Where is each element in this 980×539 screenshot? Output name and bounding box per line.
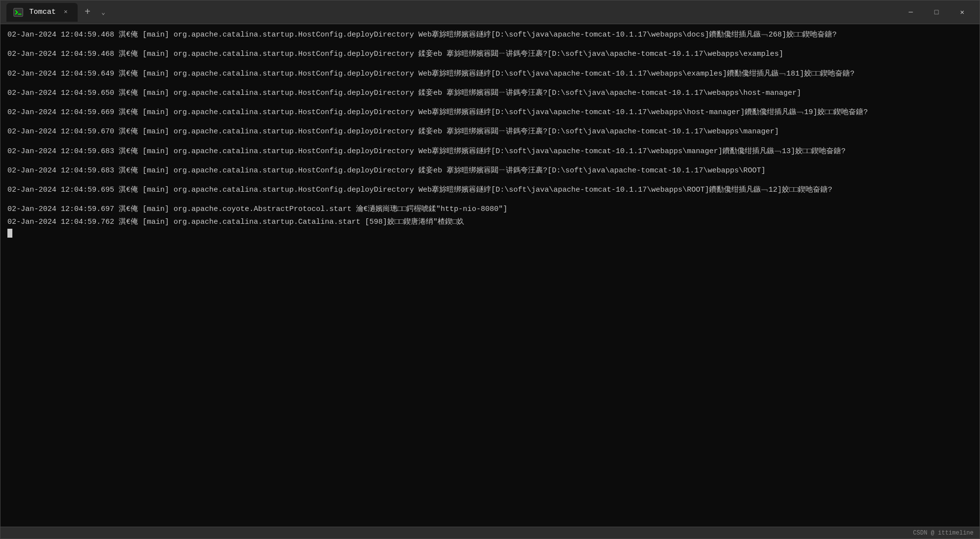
- log-line: 02-Jan-2024 12:04:59.468 淇€俺 [main] org.…: [7, 48, 973, 60]
- log-line: 02-Jan-2024 12:04:59.649 淇€俺 [main] org.…: [7, 68, 973, 80]
- log-line: 02-Jan-2024 12:04:59.468 淇€俺 [main] org.…: [7, 29, 973, 41]
- log-line: [7, 197, 973, 203]
- log-line: [7, 100, 973, 106]
- log-line: [7, 41, 973, 47]
- tab-close-button[interactable]: ×: [61, 7, 71, 17]
- terminal-window: Tomcat × + ⌄ ─ □ ✕ 02-Jan-2024 12:04:59.…: [0, 0, 980, 539]
- tab-icon: [11, 5, 25, 19]
- log-line: 02-Jan-2024 12:04:59.695 淇€俺 [main] org.…: [7, 184, 973, 196]
- tab-area: Tomcat × + ⌄: [6, 3, 899, 22]
- status-text: CSDN @ ittimeline: [913, 530, 974, 537]
- log-line: [7, 139, 973, 145]
- tab-dropdown-button[interactable]: ⌄: [96, 5, 110, 19]
- log-line: [7, 61, 973, 67]
- terminal-cursor: [7, 229, 12, 238]
- cursor-line: [7, 229, 973, 238]
- close-window-button[interactable]: ✕: [951, 4, 974, 20]
- new-tab-button[interactable]: +: [80, 4, 95, 20]
- maximize-button[interactable]: □: [925, 4, 948, 20]
- terminal-output[interactable]: 02-Jan-2024 12:04:59.468 淇€俺 [main] org.…: [0, 24, 980, 527]
- log-line: 02-Jan-2024 12:04:59.650 淇€俺 [main] org.…: [7, 87, 973, 99]
- status-bar: CSDN @ ittimeline: [0, 527, 980, 539]
- log-line: 02-Jan-2024 12:04:59.670 淇€俺 [main] org.…: [7, 126, 973, 137]
- log-line: 02-Jan-2024 12:04:59.683 淇€俺 [main] org.…: [7, 146, 973, 157]
- title-bar: Tomcat × + ⌄ ─ □ ✕: [0, 0, 980, 24]
- log-line: [7, 177, 973, 183]
- log-line: [7, 119, 973, 125]
- log-line: 02-Jan-2024 12:04:59.762 淇€俺 [main] org.…: [7, 216, 973, 228]
- tab-title: Tomcat: [29, 8, 56, 16]
- log-line: 02-Jan-2024 12:04:59.697 淇€俺 [main] org.…: [7, 204, 973, 215]
- active-tab[interactable]: Tomcat ×: [6, 3, 78, 22]
- log-line: 02-Jan-2024 12:04:59.669 淇€俺 [main] org.…: [7, 107, 973, 118]
- log-line: [7, 158, 973, 164]
- log-line: 02-Jan-2024 12:04:59.683 淇€俺 [main] org.…: [7, 165, 973, 176]
- svg-rect-0: [14, 8, 23, 16]
- window-controls: ─ □ ✕: [899, 4, 974, 20]
- log-line: [7, 81, 973, 86]
- minimize-button[interactable]: ─: [899, 4, 922, 20]
